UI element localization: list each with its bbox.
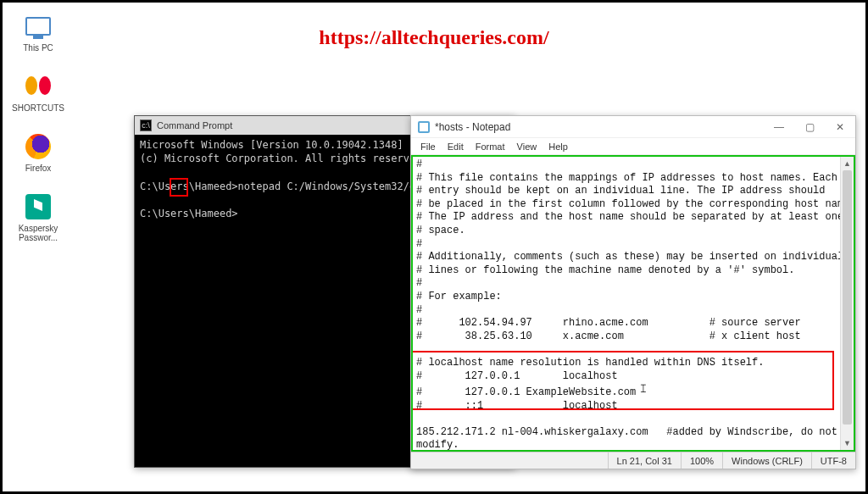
notepad-statusbar: Ln 21, Col 31 100% Windows (CRLF) UTF-8 bbox=[411, 452, 855, 469]
menu-format[interactable]: Format bbox=[470, 142, 511, 152]
desktop-icon-this-pc[interactable]: This PC bbox=[13, 11, 64, 53]
text-cursor bbox=[636, 383, 637, 395]
hosts-line: # For example: bbox=[416, 291, 502, 303]
hosts-line: # bbox=[416, 238, 422, 250]
hosts-line: # bbox=[416, 158, 422, 170]
desktop-icon-label: Kaspersky Passwor... bbox=[13, 224, 64, 242]
desktop-icon-kaspersky[interactable]: Kaspersky Passwor... bbox=[13, 191, 64, 242]
scrollbar-thumb[interactable] bbox=[843, 170, 852, 425]
notepad-text-area[interactable]: # # This file contains the mappings of I… bbox=[411, 155, 855, 452]
status-cursor-position: Ln 21, Col 31 bbox=[608, 452, 681, 469]
desktop-icon-shortcuts[interactable]: SHORTCUTS bbox=[13, 71, 64, 113]
notepad-icon bbox=[418, 121, 430, 133]
hosts-line: # 102.54.94.97 rhino.acme.com # source s… bbox=[416, 317, 801, 329]
status-line-ending: Windows (CRLF) bbox=[722, 452, 811, 469]
cmd-line: C:\Users\Hameed> bbox=[140, 208, 238, 219]
cmd-line: (c) Microsoft Corporation. All rights re… bbox=[140, 153, 428, 164]
hosts-line: # 127.0.0.1 ExampleWebsite.com bbox=[416, 386, 636, 398]
cmd-title: Command Prompt bbox=[157, 120, 232, 130]
hosts-line: # bbox=[416, 277, 422, 289]
scroll-up-button[interactable]: ▲ bbox=[841, 157, 854, 170]
desktop-icons: This PC SHORTCUTS Firefox Kaspersky Pass… bbox=[13, 11, 64, 261]
scroll-down-button[interactable]: ▼ bbox=[841, 436, 854, 450]
hosts-line: 185.212.171.2 nl-004.whiskergalaxy.com #… bbox=[416, 426, 837, 438]
cmd-line: Microsoft Windows [Version 10.0.19042.13… bbox=[140, 139, 403, 151]
watermark-url: https://alltechqueries.com/ bbox=[319, 26, 548, 49]
desktop-icon-firefox[interactable]: Firefox bbox=[13, 131, 64, 173]
scrollbar-vertical[interactable]: ▲ ▼ bbox=[840, 157, 854, 450]
hosts-line: # Additionally, comments (such as these)… bbox=[416, 251, 843, 263]
hosts-line: # localhost name resolution is handled w… bbox=[416, 357, 764, 369]
notepad-menubar: File Edit Format View Help bbox=[411, 138, 855, 155]
hosts-line: # space. bbox=[416, 225, 465, 236]
hosts-line: # 38.25.63.10 x.acme.com # x client host bbox=[416, 330, 801, 342]
hosts-line: # The IP address and the host name shoul… bbox=[416, 211, 843, 223]
hosts-line: # entry should be kept on an individual … bbox=[416, 185, 825, 197]
hosts-line: modify. bbox=[416, 439, 459, 451]
hosts-line: # ::1 localhost bbox=[416, 400, 618, 412]
menu-edit[interactable]: Edit bbox=[442, 142, 470, 152]
hosts-line: # lines or following the machine name de… bbox=[416, 264, 794, 276]
desktop-icon-label: Firefox bbox=[25, 164, 52, 173]
notepad-title: *hosts - Notepad bbox=[435, 121, 510, 133]
cmd-icon: c:\ bbox=[140, 119, 152, 131]
kaspersky-icon bbox=[23, 191, 53, 222]
desktop-icon-label: SHORTCUTS bbox=[12, 103, 64, 113]
menu-file[interactable]: File bbox=[415, 142, 442, 152]
butterfly-icon bbox=[23, 71, 53, 102]
minimize-button[interactable]: — bbox=[764, 116, 794, 138]
status-encoding: UTF-8 bbox=[811, 452, 855, 469]
menu-view[interactable]: View bbox=[511, 142, 543, 152]
status-zoom: 100% bbox=[681, 452, 722, 469]
notepad-window[interactable]: *hosts - Notepad — ▢ ✕ File Edit Format … bbox=[410, 115, 856, 469]
hosts-line: # bbox=[416, 304, 422, 316]
menu-help[interactable]: Help bbox=[542, 142, 574, 152]
hosts-line: # This file contains the mappings of IP … bbox=[416, 172, 837, 184]
desktop-icon-label: This PC bbox=[23, 43, 53, 53]
hosts-line: # be placed in the first column followed… bbox=[416, 198, 855, 210]
close-button[interactable]: ✕ bbox=[825, 116, 855, 138]
maximize-button[interactable]: ▢ bbox=[794, 116, 825, 138]
firefox-icon bbox=[23, 131, 53, 162]
hosts-line: # 127.0.0.1 localhost bbox=[416, 370, 618, 382]
monitor-icon bbox=[23, 11, 53, 42]
notepad-titlebar[interactable]: *hosts - Notepad — ▢ ✕ bbox=[411, 116, 855, 138]
